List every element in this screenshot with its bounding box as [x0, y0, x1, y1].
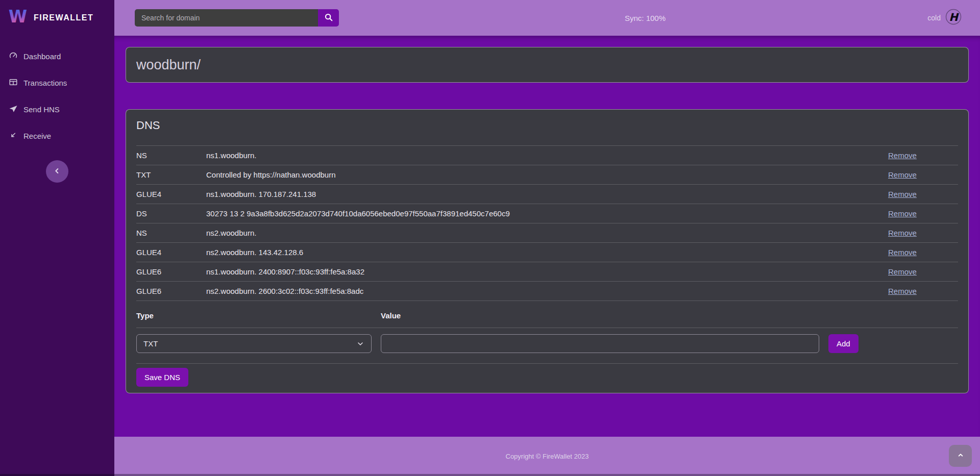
- dns-section-title: DNS: [136, 119, 958, 132]
- record-value-input[interactable]: [381, 334, 819, 353]
- sidebar-item-send-hns[interactable]: Send HNS: [0, 96, 114, 122]
- domain-search-group: [135, 9, 339, 27]
- main-column: Sync: 100% cold H woodburn/ DNS NSns1.wo…: [114, 0, 980, 476]
- wallet-group: cold H: [927, 9, 962, 27]
- handshake-hns-icon[interactable]: H: [945, 9, 962, 27]
- chevron-left-icon: [53, 167, 61, 177]
- record-value: ns2.woodburn.: [206, 223, 888, 243]
- record-value: Controlled by https://nathan.woodburn: [206, 165, 888, 185]
- footer: Copyright © FireWallet 2023: [114, 437, 980, 476]
- record-type: GLUE4: [136, 185, 206, 204]
- dns-record-row: NSns2.woodburn.Remove: [136, 223, 958, 243]
- dns-record-row: NSns1.woodburn.Remove: [136, 146, 958, 165]
- main-content: woodburn/ DNS NSns1.woodburn.RemoveTXTCo…: [114, 36, 980, 437]
- table-icon: [9, 78, 18, 88]
- record-type: GLUE6: [136, 262, 206, 282]
- wallet-name: cold: [927, 14, 941, 22]
- sidebar-item-dashboard[interactable]: Dashboard: [0, 43, 114, 69]
- record-type: GLUE4: [136, 243, 206, 262]
- dns-record-row: GLUE6ns2.woodburn. 2600:3c02::f03c:93ff:…: [136, 282, 958, 301]
- type-column-header: Type: [136, 311, 372, 320]
- dns-add-record-row: TXT Add: [136, 328, 958, 364]
- remove-record-link[interactable]: Remove: [888, 267, 917, 276]
- search-input[interactable]: [135, 9, 318, 27]
- remove-record-link[interactable]: Remove: [888, 190, 917, 198]
- record-value: ns2.woodburn. 2600:3c02::f03c:93ff:fe5a:…: [206, 282, 888, 301]
- app-root: W FIREWALLET Dashboard Tr: [0, 0, 980, 476]
- remove-record-link[interactable]: Remove: [888, 229, 917, 237]
- sidebar-item-label: Transactions: [23, 79, 67, 87]
- svg-text:H: H: [949, 11, 959, 23]
- firewallet-logo-icon: W: [8, 8, 28, 28]
- remove-record-link[interactable]: Remove: [888, 248, 917, 257]
- record-type-selected-value: TXT: [143, 339, 158, 348]
- value-column-header: Value: [381, 311, 819, 320]
- sidebar-item-transactions[interactable]: Transactions: [0, 69, 114, 96]
- record-type: NS: [136, 223, 206, 243]
- record-value: 30273 13 2 9a3a8fb3d625d2a2073d740f10da6…: [206, 204, 888, 223]
- remove-record-link[interactable]: Remove: [888, 209, 917, 218]
- sync-status: Sync: 100%: [625, 14, 666, 22]
- sidebar-item-label: Receive: [23, 132, 51, 140]
- sidebar-item-receive[interactable]: Receive: [0, 122, 114, 149]
- dns-card: DNS NSns1.woodburn.RemoveTXTControlled b…: [126, 109, 969, 393]
- sidebar-item-label: Dashboard: [23, 52, 61, 61]
- record-type-select[interactable]: TXT: [136, 334, 372, 353]
- record-value: ns1.woodburn. 170.187.241.138: [206, 185, 888, 204]
- sidebar-item-label: Send HNS: [23, 105, 60, 114]
- magnifier-icon: [324, 13, 333, 23]
- brand-name: FIREWALLET: [34, 13, 93, 22]
- brand: W FIREWALLET: [0, 0, 114, 36]
- sidebar-nav: Dashboard Transactions Send HNS: [0, 36, 114, 149]
- record-value: ns1.woodburn. 2400:8907::f03c:93ff:fe5a:…: [206, 262, 888, 282]
- gauge-icon: [9, 51, 18, 62]
- remove-record-link[interactable]: Remove: [888, 287, 917, 295]
- dns-form-headers: Type Value: [136, 301, 958, 328]
- chevron-up-icon: [957, 451, 965, 461]
- svg-text:W: W: [9, 8, 27, 26]
- sidebar-collapse-button[interactable]: [46, 160, 68, 183]
- record-value: ns1.woodburn.: [206, 146, 888, 165]
- remove-record-link[interactable]: Remove: [888, 170, 917, 179]
- remove-record-link[interactable]: Remove: [888, 151, 917, 160]
- topbar: Sync: 100% cold H: [114, 0, 980, 36]
- paper-plane-icon: [9, 104, 18, 115]
- arrow-down-left-icon: [9, 131, 18, 141]
- search-button[interactable]: [318, 9, 339, 27]
- record-value: ns2.woodburn. 143.42.128.6: [206, 243, 888, 262]
- record-type: NS: [136, 146, 206, 165]
- record-type: DS: [136, 204, 206, 223]
- dns-record-row: TXTControlled by https://nathan.woodburn…: [136, 165, 958, 185]
- dns-records-table: NSns1.woodburn.RemoveTXTControlled by ht…: [136, 145, 958, 301]
- scroll-top-button[interactable]: [949, 445, 972, 467]
- chevron-down-icon: [356, 340, 364, 348]
- dns-record-row: GLUE6ns1.woodburn. 2400:8907::f03c:93ff:…: [136, 262, 958, 282]
- dns-record-row: GLUE4ns2.woodburn. 143.42.128.6Remove: [136, 243, 958, 262]
- sidebar: W FIREWALLET Dashboard Tr: [0, 0, 114, 476]
- dns-record-row: DS30273 13 2 9a3a8fb3d625d2a2073d740f10d…: [136, 204, 958, 223]
- copyright-text: Copyright © FireWallet 2023: [506, 453, 589, 460]
- domain-title: woodburn/: [136, 57, 201, 73]
- dns-records: NSns1.woodburn.RemoveTXTControlled by ht…: [136, 146, 958, 301]
- save-dns-button[interactable]: Save DNS: [136, 368, 188, 387]
- domain-card: woodburn/: [126, 47, 969, 83]
- dns-record-row: GLUE4ns1.woodburn. 170.187.241.138Remove: [136, 185, 958, 204]
- add-record-button[interactable]: Add: [828, 334, 859, 353]
- record-type: GLUE6: [136, 282, 206, 301]
- record-type: TXT: [136, 165, 206, 185]
